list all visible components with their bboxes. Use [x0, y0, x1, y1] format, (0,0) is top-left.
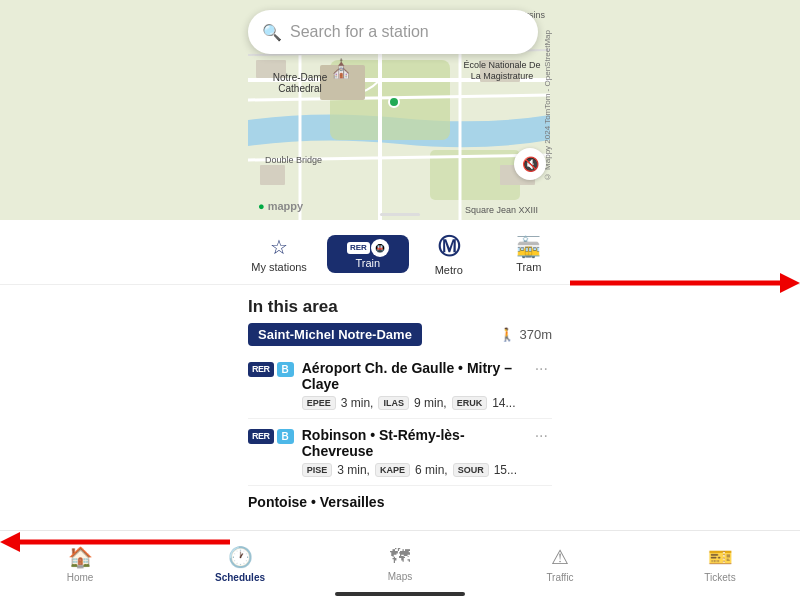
traffic-icon: ⚠ [551, 545, 569, 569]
search-icon: 🔍 [262, 23, 282, 42]
time-code-2c: SOUR [453, 463, 489, 477]
map-icon: 🗺 [390, 545, 410, 568]
rer-badge-2: RER [248, 429, 274, 444]
b-line-badge: B [277, 362, 294, 377]
more-button-1[interactable]: ··· [531, 360, 552, 378]
red-arrow-left [0, 527, 230, 557]
station-header: Saint-Michel Notre-Dame 🚶 370m [248, 323, 552, 346]
more-button-2[interactable]: ··· [531, 427, 552, 445]
time-val-1a: 3 min, [341, 396, 374, 410]
walk-icon: 🚶 [499, 327, 515, 342]
line-info-2: Robinson • St-Rémy-lès-Chevreuse PISE 3 … [302, 427, 523, 477]
search-placeholder-text: Search for a station [290, 23, 429, 41]
distance-value: 370m [519, 327, 552, 342]
line-badges-2: RER B [248, 429, 294, 444]
line-destination-2: Robinson • St-Rémy-lès-Chevreuse [302, 427, 523, 459]
nav-maps-label: Maps [388, 571, 412, 582]
line-times-1: EPEE 3 min, ILAS 9 min, ERUK 14... [302, 396, 523, 410]
mappy-dot-icon: ● [258, 200, 265, 212]
home-indicator [335, 592, 465, 596]
nav-home-label: Home [67, 572, 94, 583]
search-bar[interactable]: 🔍 Search for a station [248, 10, 538, 54]
nav-schedules-label: Schedules [215, 572, 265, 583]
rer-badge: RER [248, 362, 274, 377]
time-val-2a: 3 min, [337, 463, 370, 477]
tram-icon: 🚋 [516, 235, 541, 259]
time-val-2c: 15... [494, 463, 517, 477]
mute-icon: 🔇 [522, 156, 539, 172]
mappy-logo: ● mappy [258, 200, 303, 212]
mute-button[interactable]: 🔇 [514, 148, 546, 180]
red-arrow-right [570, 268, 800, 298]
svg-marker-17 [0, 532, 20, 552]
b-line-badge-2: B [277, 429, 294, 444]
cathedral-icon: ⛪ [330, 58, 352, 80]
tab-train-label: Train [355, 257, 380, 269]
time-val-1b: 9 min, [414, 396, 447, 410]
tab-tram[interactable]: 🚋 Tram [489, 231, 569, 277]
nav-traffic-label: Traffic [546, 572, 573, 583]
tab-tram-label: Tram [516, 261, 541, 273]
tab-my-stations-label: My stations [251, 261, 307, 273]
rer-tab-icon: RER [347, 242, 370, 254]
train-line-item: RER B Aéroport Ch. de Gaulle • Mitry – C… [248, 352, 552, 419]
station-distance: 🚶 370m [499, 327, 552, 342]
time-code-1a: EPEE [302, 396, 336, 410]
nav-item-tickets[interactable]: 🎫 Tickets [685, 545, 755, 583]
metro-icon: Ⓜ [438, 232, 460, 262]
double-bridge-label: Double Bridge [265, 155, 322, 165]
time-code-2b: KAPE [375, 463, 410, 477]
tab-train[interactable]: RER 🚇 Train [327, 235, 409, 273]
line-badges-1: RER B [248, 362, 294, 377]
nav-tickets-label: Tickets [704, 572, 735, 583]
tab-metro[interactable]: Ⓜ Metro [409, 228, 489, 280]
train-tab-icons: RER 🚇 [347, 239, 389, 257]
star-icon: ☆ [270, 235, 288, 259]
station-name-badge: Saint-Michel Notre-Dame [248, 323, 422, 346]
notre-dame-label: Notre-Dame Cathedral [260, 72, 340, 94]
nav-item-traffic[interactable]: ⚠ Traffic [525, 545, 595, 583]
pontoise-label: Pontoise • Versailles [248, 494, 384, 510]
line-destination-1: Aéroport Ch. de Gaulle • Mitry – Claye [302, 360, 523, 392]
time-code-2a: PISE [302, 463, 333, 477]
metro-tab-icon: 🚇 [371, 239, 389, 257]
location-dot [388, 96, 400, 108]
svg-rect-11 [260, 165, 285, 185]
time-code-1c: ERUK [452, 396, 488, 410]
nav-item-maps[interactable]: 🗺 Maps [365, 545, 435, 582]
school-label: École Nationale De La Magistrature [462, 60, 542, 82]
station-area: Saint-Michel Notre-Dame 🚶 370m RER B Aér… [0, 323, 800, 518]
train-line-item-2: RER B Robinson • St-Rémy-lès-Chevreuse P… [248, 419, 552, 486]
svg-marker-16 [780, 273, 800, 293]
line-times-2: PISE 3 min, KAPE 6 min, SOUR 15... [302, 463, 523, 477]
pontoise-row: Pontoise • Versailles [248, 486, 552, 518]
square-label: Square Jean XXIII [465, 205, 538, 215]
line-info-1: Aéroport Ch. de Gaulle • Mitry – Claye E… [302, 360, 523, 410]
tab-metro-label: Metro [435, 264, 463, 276]
tab-my-stations[interactable]: ☆ My stations [231, 231, 327, 277]
tickets-icon: 🎫 [708, 545, 733, 569]
time-code-1b: ILAS [378, 396, 409, 410]
map-container: Notre-Dame Cathedral ⛪ Double Bridge Squ… [0, 0, 800, 220]
clock-icon: 🕐 [228, 545, 253, 569]
map-separator [380, 213, 420, 216]
time-val-2b: 6 min, [415, 463, 448, 477]
time-val-1c: 14... [492, 396, 515, 410]
